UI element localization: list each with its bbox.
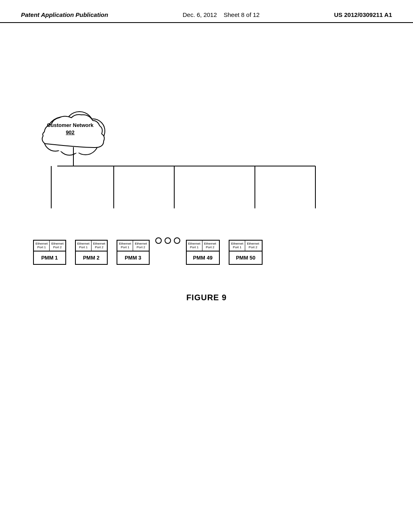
pmm-group-49: EthernetPort 1 EthernetPort 2 PMM 49	[186, 240, 220, 265]
pmm50-label: PMM 50	[229, 251, 262, 264]
pmm49-label: PMM 49	[187, 251, 219, 264]
header-date: Dec. 6, 2012	[183, 11, 217, 18]
pmm-box-50: EthernetPort 1 EthernetPort 2 PMM 50	[229, 240, 263, 265]
page-header: Patent Application Publication Dec. 6, 2…	[0, 0, 413, 23]
pmm-box-1: EthernetPort 1 EthernetPort 2 PMM 1	[33, 240, 66, 265]
pmm-group-2: EthernetPort 1 EthernetPort 2 PMM 2	[75, 240, 108, 265]
pmm1-port2: EthernetPort 2	[50, 241, 65, 251]
header-patent-number: US 2012/0309211 A1	[334, 11, 392, 18]
pmm-box-3: EthernetPort 1 EthernetPort 2 PMM 3	[117, 240, 150, 265]
ellipsis-dots	[154, 233, 182, 249]
svg-point-16	[174, 238, 180, 243]
pmm49-ports: EthernetPort 1 EthernetPort 2	[187, 241, 219, 251]
pmm3-port2: EthernetPort 2	[133, 241, 148, 251]
pmm-group-50: EthernetPort 1 EthernetPort 2 PMM 50	[229, 240, 263, 265]
pmm2-port1: EthernetPort 1	[76, 241, 92, 251]
pmm-box-2: EthernetPort 1 EthernetPort 2 PMM 2	[75, 240, 108, 265]
pmm50-ports: EthernetPort 1 EthernetPort 2	[229, 241, 262, 251]
dots-section	[150, 233, 186, 265]
pmm1-label: PMM 1	[34, 251, 65, 264]
pmm1-ports: EthernetPort 1 EthernetPort 2	[34, 241, 65, 251]
pmm-boxes-row: EthernetPort 1 EthernetPort 2 PMM 1 Ethe…	[25, 233, 388, 265]
pmm49-port1: EthernetPort 1	[187, 241, 202, 251]
pmm1-port1: EthernetPort 1	[34, 241, 50, 251]
cloud-number: 902	[66, 129, 75, 135]
pmm-group-3: EthernetPort 1 EthernetPort 2 PMM 3	[117, 240, 150, 265]
pmm3-ports: EthernetPort 1 EthernetPort 2	[117, 241, 149, 251]
diagram-container: Customer Network 902 EthernetPort 1 Ethe…	[25, 100, 388, 277]
pmm50-port2: EthernetPort 2	[245, 241, 261, 251]
header-publication-title: Patent Application Publication	[21, 11, 108, 18]
pmm2-port2: EthernetPort 2	[92, 241, 107, 251]
svg-point-14	[156, 238, 161, 243]
svg-point-15	[165, 238, 171, 243]
header-sheet: Sheet 8 of 12	[223, 11, 259, 18]
pmm2-label: PMM 2	[76, 251, 107, 264]
pmm3-port1: EthernetPort 1	[117, 241, 133, 251]
pmm-box-49: EthernetPort 1 EthernetPort 2 PMM 49	[186, 240, 220, 265]
header-date-sheet: Dec. 6, 2012 Sheet 8 of 12	[183, 11, 260, 18]
cloud-label: Customer Network 902	[46, 122, 94, 136]
pmm-group-1: EthernetPort 1 EthernetPort 2 PMM 1	[33, 240, 66, 265]
cloud-label-line1: Customer Network	[46, 122, 94, 129]
figure-label: FIGURE 9	[186, 293, 227, 302]
main-content: Customer Network 902 EthernetPort 1 Ethe…	[0, 23, 413, 302]
pmm50-port1: EthernetPort 1	[229, 241, 245, 251]
pmm49-port2: EthernetPort 2	[202, 241, 218, 251]
pmm3-label: PMM 3	[117, 251, 149, 264]
pmm2-ports: EthernetPort 1 EthernetPort 2	[76, 241, 107, 251]
cloud-label-number: 902	[46, 129, 94, 136]
